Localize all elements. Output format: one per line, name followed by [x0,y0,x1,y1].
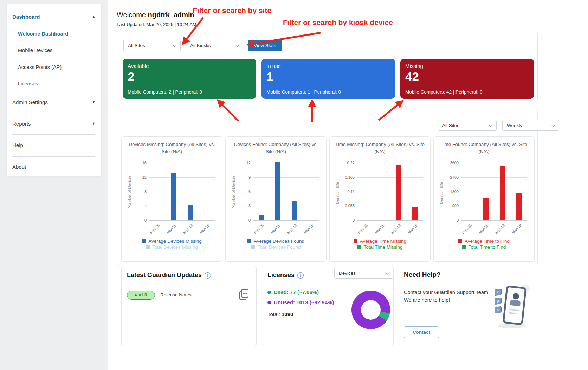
legend-swatch-icon [357,245,361,249]
sidebar-item-label: Access Points (AP) [18,64,62,70]
chart-card: Devices Found: Company (All Sites) vs. S… [225,136,327,262]
charts-sites-select-value: All Sites [442,123,459,128]
legend-item[interactable]: Average Devices Found [226,238,326,244]
gridline: 0.11 [357,192,423,192]
legend-label: Total Devices Missing [152,244,198,250]
username: ngdtrk_admin [148,11,194,19]
y-tick-label: 900 [438,204,459,208]
stats-filter-panel: All Sites All Kiosks View Stats Availabl… [117,32,538,102]
chevron-down-icon [173,43,176,47]
licenses-used-label: Used: 77 (~7.06%) [274,289,319,295]
view-stats-button[interactable]: View Stats [248,40,282,51]
charts-period-select-value: Weekly [507,123,522,128]
chart-card: Time Found: Company (All Sites) vs. Site… [433,136,535,262]
support-illustration: ✆ @ ✉ [492,283,530,329]
chart-title: Devices Found: Company (All Sites) vs. S… [231,141,321,155]
sidebar-item-label: Reports [12,121,31,127]
stat-card-missing[interactable]: Missing 42 Mobile Computers: 42 | Periph… [400,59,534,99]
legend-swatch-icon [462,245,466,249]
legend-swatch-icon [142,239,146,243]
licenses-used-row: Used: 77 (~7.06%) [267,289,319,295]
page-title: Welcome ngdtrk_admin [117,11,194,19]
sidebar-item-access-points[interactable]: Access Points (AP) [18,63,95,71]
chart-legend: Average Devices FoundTotal Devices Found [226,238,326,250]
annotation-filter-kiosk: Filter or search by kiosk device [283,18,393,27]
x-tick-label: Mar-12 [282,223,298,240]
gridline: 12 [253,163,319,163]
chart-card: Devices Missing: Company (All Sites) vs.… [121,136,222,262]
stat-value: 1 [266,70,390,84]
chart-legend: Average Time MissingTotal Time Missing [330,238,430,250]
illustration-badges: ✆ @ ✉ [495,289,502,315]
licenses-total-value: 1090 [282,311,293,317]
chart-title: Time Found: Company (All Sites) vs. Site… [439,141,529,155]
x-tick-label: Mar-19 [403,223,418,240]
legend-item[interactable]: Total Time Missing [330,244,430,250]
charts-sites-select[interactable]: All Sites [438,120,497,131]
chart-legend: Average Devices MissingTotal Devices Mis… [122,238,222,250]
sidebar-item-help[interactable]: Help [12,141,95,149]
bar [188,205,193,220]
bar [396,165,401,220]
chart-plot-area: 3600270018009000Feb-26Mar-05Mar-12Mar-19 [461,163,527,220]
gridline: 8 [149,192,215,192]
sidebar-item-admin-settings[interactable]: Admin Settings ▼ [12,98,95,106]
gridline: 12 [149,177,215,178]
x-tick-label: Mar-05 [266,223,281,240]
chart-card: Time Missing: Company (All Sites) vs. Si… [329,136,431,262]
y-tick-label: 8 [125,190,147,194]
version-label: v1.0 [139,293,147,298]
help-title-label: Need Help? [404,271,441,279]
sites-select[interactable]: All Sites [123,40,181,51]
y-tick-label: 0.22 [334,161,355,165]
sidebar-item-welcome-dashboard[interactable]: Welcome Dashboard [18,30,95,38]
x-tick-label: Mar-19 [507,223,522,240]
licenses-card-title: Licenses i [267,272,304,279]
text-line [509,308,520,311]
info-icon[interactable]: i [205,272,211,279]
sidebar-item-dashboard[interactable]: Dashboard ▲ [12,12,95,21]
legend-label: Total Time to Find [469,244,506,250]
charts-row: Devices Missing: Company (All Sites) vs.… [121,136,535,262]
sites-select-value: All Sites [128,43,145,48]
sidebar-item-mobile-devices[interactable]: Mobile Devices [18,46,95,55]
stat-title: Missing [405,63,529,69]
licenses-total-label: Total: [267,311,280,317]
contact-button[interactable]: Contact [404,326,439,338]
legend-item[interactable]: Average Devices Missing [122,238,222,244]
gridline: 3 [253,206,319,206]
chart-legend: Average Time to FindTotal Time to Find [434,238,534,250]
text-line [509,312,516,314]
legend-swatch-icon [458,239,462,243]
legend-item[interactable]: Average Time Missing [330,238,430,244]
sidebar-item-label: About [12,164,26,170]
info-icon[interactable]: i [297,272,304,279]
legend-item[interactable]: Total Devices Missing [122,244,222,250]
x-tick-label: Mar-12 [490,223,506,240]
sidebar-item-reports[interactable]: Reports ▼ [12,119,95,128]
licenses-type-select[interactable]: Devices [334,268,393,279]
avatar-body [510,300,521,306]
x-tick-label: Feb-26 [249,223,265,240]
kiosks-select-value: All Kiosks [190,43,211,48]
legend-item[interactable]: Total Devices Found [226,244,326,250]
stat-value: 42 [405,70,529,84]
stat-card-available[interactable]: Available 2 Mobile Computers: 2 | Periph… [123,59,256,99]
bar [483,198,489,220]
sidebar: Dashboard ▲ Welcome Dashboard Mobile Dev… [6,4,101,177]
stat-detail: Mobile Computers: 2 | Peripheral: 0 [128,89,202,95]
legend-item[interactable]: Average Time to Find [434,238,534,244]
used-dot-icon [267,291,271,294]
sidebar-item-licenses[interactable]: Licenses [18,79,95,88]
updates-card: Latest Guardian Updates i v1.0 Release N… [121,266,257,346]
stat-card-inuse[interactable]: In use 1 Mobile Computers: 1 | Periphera… [261,59,395,99]
charts-period-select[interactable]: Weekly [502,120,559,131]
divider [12,91,95,91]
kiosks-select[interactable]: All Kiosks [186,40,243,51]
pdf-icon[interactable]: PDF [239,289,248,300]
dashboard-page: Dashboard ▲ Welcome Dashboard Mobile Dev… [0,0,588,370]
unused-dot-icon [267,301,271,304]
legend-item[interactable]: Total Time to Find [434,244,534,250]
sidebar-item-about[interactable]: About [12,162,95,171]
x-tick-label: Feb-26 [457,223,473,240]
